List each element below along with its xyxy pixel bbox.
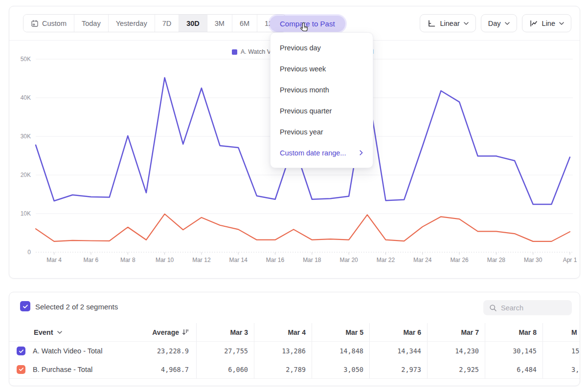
y-axis-label: 40K [9, 94, 31, 101]
x-axis-label: Mar 6 [75, 257, 107, 263]
date-column-header: Mar 5 [312, 323, 369, 342]
table-value: 30,145 [485, 342, 542, 360]
sort-descending-icon [182, 329, 189, 335]
check-icon [23, 304, 28, 309]
chevron-down-icon [57, 331, 62, 334]
x-axis-label: Mar 18 [296, 257, 328, 263]
search-icon [489, 304, 497, 312]
row-a-label[interactable]: A. Watch Video - Total [33, 342, 121, 360]
table-value: 6,060 [196, 360, 254, 379]
table-value-clipped: 3, [542, 360, 580, 379]
x-axis-label: Mar 16 [260, 257, 291, 263]
series-line-purchase[interactable] [36, 214, 570, 241]
chevron-right-icon [360, 150, 363, 155]
table-value: 2,789 [254, 360, 312, 379]
table-value: 14,230 [427, 342, 485, 360]
search-input[interactable] [501, 304, 564, 312]
average-column-header[interactable]: Average [121, 323, 196, 342]
menu-item-previous-year[interactable]: Previous year [271, 121, 373, 142]
legend-swatch-a [232, 49, 237, 55]
table-value: 14,344 [369, 342, 427, 360]
check-icon [19, 348, 24, 354]
check-icon [19, 367, 24, 372]
x-axis-label: Mar 4 [39, 257, 70, 263]
x-axis-label: Mar 26 [444, 257, 475, 263]
x-axis-label: Mar 24 [407, 257, 438, 263]
row-b-average: 4,968.7 [121, 360, 196, 379]
x-axis-label: Mar 14 [223, 257, 254, 263]
x-axis-label: Apr 1 [554, 257, 586, 263]
row-a-average: 23,228.9 [121, 342, 196, 360]
menu-item-previous-month[interactable]: Previous month [271, 79, 373, 100]
segments-table: Event Average Mar 3 Mar 4 Mar 5 Mar 6 Ma… [9, 323, 580, 379]
row-b-label[interactable]: B. Purchase - Total [33, 360, 121, 379]
date-column-header-clipped: M [542, 323, 580, 342]
compare-to-past-menu: Previous day Previous week Previous mont… [270, 32, 373, 168]
y-axis-label: 30K [9, 133, 31, 140]
x-axis-label: Mar 8 [112, 257, 143, 263]
table-value-clipped: 15, [542, 342, 580, 360]
segments-card: Selected 2 of 2 segments Event Average M… [9, 292, 580, 386]
y-axis-label: 20K [9, 172, 31, 178]
table-value: 2,973 [369, 360, 427, 379]
menu-item-previous-quarter[interactable]: Previous quarter [271, 100, 373, 121]
date-column-header: Mar 6 [369, 323, 427, 342]
menu-item-previous-day[interactable]: Previous day [271, 37, 373, 58]
select-all-checkbox[interactable] [20, 301, 30, 311]
table-value: 6,484 [485, 360, 542, 379]
y-axis-label: 0 [9, 249, 31, 256]
search-box [483, 300, 572, 315]
x-axis-label: Mar 12 [186, 257, 217, 263]
table-value: 2,925 [427, 360, 485, 379]
row-checkbox-cell [9, 360, 33, 379]
event-column-header[interactable]: Event [9, 323, 121, 342]
table-value: 3,050 [312, 360, 369, 379]
y-axis-label: 50K [9, 56, 31, 63]
menu-item-custom-date-range[interactable]: Custom date range... [271, 142, 373, 163]
x-axis-label: Mar 28 [480, 257, 512, 263]
x-axis-label: Mar 30 [518, 257, 549, 263]
segments-header: Selected 2 of 2 segments [9, 292, 580, 323]
insights-report-page: Custom Today Yesterday 7D 30D 3M 6M 12M … [0, 0, 587, 392]
x-axis-label: Mar 20 [333, 257, 364, 263]
date-column-header: Mar 8 [485, 323, 542, 342]
table-value: 27,755 [196, 342, 254, 360]
row-a-checkbox[interactable] [17, 347, 25, 355]
row-checkbox-cell [9, 342, 33, 360]
date-column-header: Mar 4 [254, 323, 312, 342]
x-axis-label: Mar 10 [149, 257, 181, 263]
date-column-header: Mar 7 [427, 323, 485, 342]
menu-item-previous-week[interactable]: Previous week [271, 58, 373, 79]
table-value: 13,286 [254, 342, 312, 360]
selected-summary: Selected 2 of 2 segments [35, 303, 118, 311]
y-axis-label: 10K [9, 210, 31, 217]
x-axis-label: Mar 22 [370, 257, 401, 263]
date-column-header: Mar 3 [196, 323, 254, 342]
row-b-checkbox[interactable] [17, 365, 25, 374]
table-value: 14,848 [312, 342, 369, 360]
